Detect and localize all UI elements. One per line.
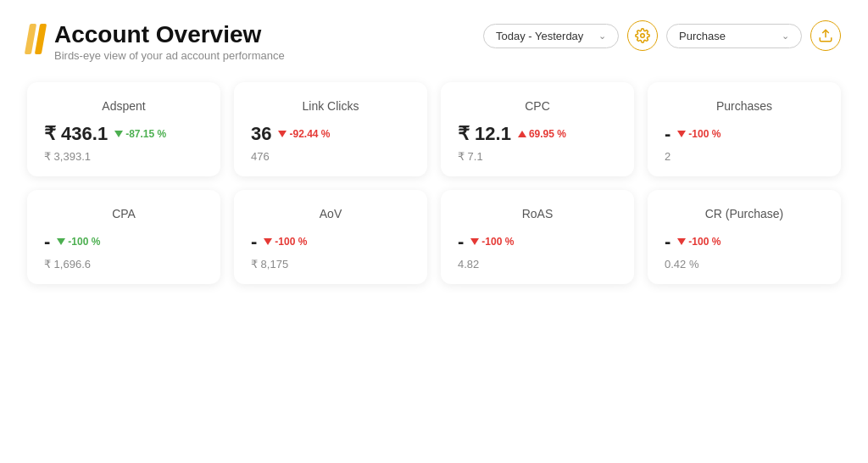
metric-secondary: ₹ 8,175: [251, 258, 410, 271]
metric-badge: -100 %: [677, 236, 721, 248]
metrics-row-2: CPA - -100 % ₹ 1,696.6 AoV - -100 % ₹ 8,…: [27, 190, 841, 284]
metric-main: - -100 %: [44, 231, 203, 253]
export-button[interactable]: [810, 20, 841, 51]
metric-card: Purchases - -100 % 2: [648, 82, 841, 176]
trend-icon: [677, 131, 686, 137]
metric-main: 36 -92.44 %: [251, 123, 410, 145]
metric-title: CPA: [44, 207, 203, 220]
trend-icon: [470, 238, 479, 245]
metric-card: CPC ₹ 12.1 69.95 % ₹ 7.1: [441, 82, 634, 176]
metric-value: -: [665, 231, 670, 253]
metric-secondary: ₹ 7.1: [458, 150, 617, 163]
trend-icon: [264, 238, 272, 245]
header-text: Account Overview Birds-eye view of your …: [54, 20, 285, 62]
trend-icon: [57, 238, 65, 245]
toolbar: Today - Yesterday ⌄ Purchase ⌄: [483, 20, 841, 51]
page-title: Account Overview: [54, 20, 285, 49]
metric-title: Link Clicks: [251, 99, 410, 113]
metric-card: Adspent ₹ 436.1 -87.15 % ₹ 3,393.1: [27, 82, 220, 176]
gear-icon: [635, 28, 650, 43]
page-header: Account Overview Birds-eye view of your …: [27, 20, 841, 62]
metric-main: - -100 %: [665, 123, 824, 145]
trend-icon: [518, 131, 526, 137]
metric-main: ₹ 12.1 69.95 %: [458, 123, 617, 145]
metric-card: RoAS - -100 % 4.82: [441, 190, 634, 284]
metric-title: CPC: [458, 99, 617, 113]
metric-value: -: [458, 231, 464, 253]
metric-value: ₹ 12.1: [458, 123, 511, 145]
metric-title: RoAS: [458, 207, 617, 220]
metric-secondary: 4.82: [458, 258, 617, 271]
metric-card: Link Clicks 36 -92.44 % 476: [234, 82, 427, 176]
logo-icon: [27, 24, 44, 54]
metric-card: AoV - -100 % ₹ 8,175: [234, 190, 427, 284]
metric-value: -: [665, 123, 670, 145]
metric-badge: 69.95 %: [518, 128, 566, 140]
metric-main: - -100 %: [665, 231, 824, 253]
metric-secondary: 2: [665, 150, 824, 163]
metric-secondary: 476: [251, 150, 410, 163]
metric-title: Adspent: [44, 99, 203, 113]
metric-secondary: ₹ 1,696.6: [44, 258, 203, 271]
metric-secondary: 0.42 %: [665, 258, 824, 271]
trend-icon: [278, 131, 287, 137]
metric-badge: -100 %: [470, 236, 514, 248]
metric-value: ₹ 436.1: [44, 123, 108, 145]
metric-main: ₹ 436.1 -87.15 %: [44, 123, 203, 145]
metric-main: - -100 %: [251, 231, 410, 253]
metric-secondary: ₹ 3,393.1: [44, 150, 203, 163]
chevron-down-icon: ⌄: [598, 31, 606, 42]
trend-icon: [114, 131, 123, 137]
metric-main: - -100 %: [458, 231, 617, 253]
metric-badge: -87.15 %: [114, 128, 166, 140]
date-range-label: Today - Yesterday: [496, 30, 583, 42]
page-container: Account Overview Birds-eye view of your …: [0, 0, 868, 318]
logo-slash-2: [35, 24, 47, 54]
metric-badge: -100 %: [264, 236, 307, 248]
svg-point-0: [641, 34, 645, 38]
date-range-selector[interactable]: Today - Yesterday ⌄: [483, 24, 619, 48]
settings-button[interactable]: [627, 20, 658, 51]
metric-value: 36: [251, 123, 271, 145]
metrics-row-1: Adspent ₹ 436.1 -87.15 % ₹ 3,393.1 Link …: [27, 82, 841, 176]
metric-badge: -100 %: [677, 128, 721, 140]
page-subtitle: Birds-eye view of your ad account perfor…: [54, 49, 285, 62]
chevron-down-icon-2: ⌄: [782, 31, 789, 42]
upload-icon: [818, 28, 833, 43]
metric-card: CR (Purchase) - -100 % 0.42 %: [648, 190, 841, 284]
metric-badge: -92.44 %: [278, 128, 330, 140]
metric-badge: -100 %: [57, 236, 100, 248]
metric-title: Purchases: [665, 99, 824, 113]
metric-value: -: [251, 231, 257, 253]
metric-card: CPA - -100 % ₹ 1,696.6: [27, 190, 220, 284]
conversion-event-label: Purchase: [679, 30, 726, 42]
metric-value: -: [44, 231, 50, 253]
trend-icon: [677, 238, 686, 245]
metric-title: AoV: [251, 207, 410, 220]
metric-title: CR (Purchase): [665, 207, 824, 220]
conversion-event-selector[interactable]: Purchase ⌄: [666, 24, 802, 48]
